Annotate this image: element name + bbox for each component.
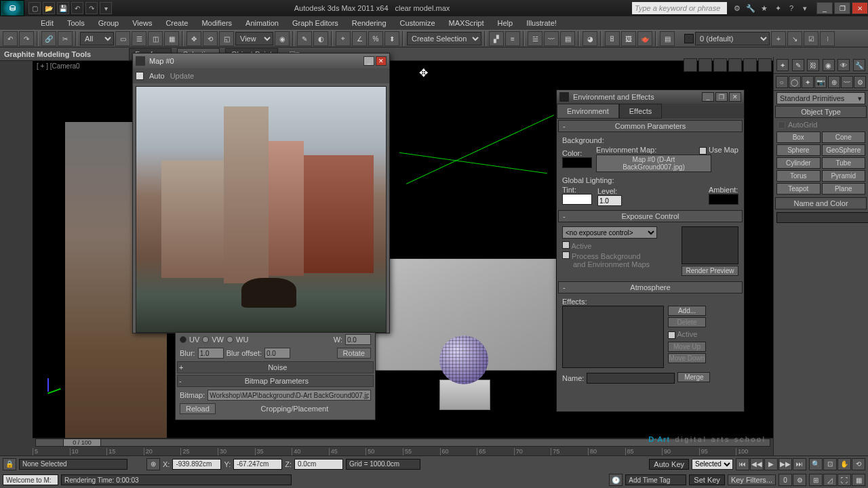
- menu-modifiers[interactable]: Modifiers: [195, 18, 239, 28]
- env-titlebar[interactable]: Environment and Effects _ ❐ ✕: [557, 90, 744, 104]
- menu-illustrate[interactable]: Illustrate!: [519, 18, 564, 28]
- named-selection-set[interactable]: Create Selection Se: [407, 32, 481, 45]
- nav-max-icon[interactable]: [758, 58, 772, 72]
- y-coord-field[interactable]: [233, 459, 282, 470]
- pyramid-button[interactable]: Pyramid: [822, 170, 866, 182]
- teapot-button[interactable]: Teapot: [776, 183, 821, 195]
- spinnersnap-icon[interactable]: ⬍: [384, 31, 399, 46]
- tint-swatch[interactable]: [562, 194, 592, 205]
- env-max-icon[interactable]: ❐: [715, 92, 728, 102]
- viewcube-icon[interactable]: [684, 58, 697, 72]
- select-name-icon[interactable]: ☰: [132, 31, 146, 46]
- qat-open-icon[interactable]: 📂: [43, 2, 55, 14]
- exposure-select[interactable]: <no exposure control>: [562, 226, 657, 239]
- mirror-icon[interactable]: ▞: [489, 31, 504, 46]
- render-preview-button[interactable]: Render Preview: [682, 266, 738, 276]
- use-map-checkbox[interactable]: ✓: [699, 147, 707, 155]
- undo-icon[interactable]: ↶: [3, 31, 18, 46]
- bg-color-swatch[interactable]: [562, 157, 592, 168]
- nav-pan-icon[interactable]: [698, 58, 712, 72]
- keyfilters-button[interactable]: Key Filters...: [728, 474, 776, 485]
- manip-icon[interactable]: ✎: [297, 31, 312, 46]
- render-setup-icon[interactable]: 🎚: [605, 31, 620, 46]
- layer-sel-icon[interactable]: ☑: [804, 31, 818, 46]
- effect-active-checkbox[interactable]: ✓: [668, 331, 675, 339]
- window-crossing-icon[interactable]: ▦: [164, 31, 179, 46]
- menu-animation[interactable]: Animation: [239, 18, 285, 28]
- exposure-rollout[interactable]: Exposure Control: [558, 210, 743, 222]
- nav-orbit-icon[interactable]: [713, 58, 727, 72]
- fav-icon[interactable]: ★: [758, 2, 770, 14]
- lock-sel-icon[interactable]: 🔒: [3, 458, 16, 470]
- menu-customize[interactable]: Customize: [393, 18, 442, 28]
- update-button[interactable]: Update: [170, 72, 194, 80]
- star-icon[interactable]: ✦: [772, 2, 784, 14]
- cylinder-button[interactable]: Cylinder: [776, 157, 821, 169]
- delete-button[interactable]: Delete: [668, 317, 706, 327]
- orbit-icon[interactable]: ⟲: [852, 458, 865, 470]
- env-close-icon[interactable]: ✕: [729, 92, 741, 102]
- keymode-icon[interactable]: ◐: [313, 31, 328, 46]
- timeconfig-icon[interactable]: 🕑: [609, 474, 623, 486]
- time-cfg-icon[interactable]: ⚙: [793, 474, 806, 486]
- setkey-button[interactable]: Set Key: [689, 474, 725, 485]
- cone-button[interactable]: Cone: [822, 131, 866, 143]
- geosphere-button[interactable]: GeoSphere: [822, 144, 866, 156]
- map-window-min-icon[interactable]: _: [363, 56, 374, 66]
- layer-add-icon[interactable]: ↘: [787, 31, 802, 46]
- unlink-icon[interactable]: ✂: [58, 31, 73, 46]
- active-checkbox[interactable]: [562, 241, 570, 249]
- systems-icon[interactable]: ⚙: [854, 76, 866, 88]
- motion-tab-icon[interactable]: ◉: [823, 59, 835, 71]
- rotate-icon[interactable]: ⟲: [203, 31, 218, 46]
- time-tag[interactable]: Add Time Tag: [625, 474, 686, 485]
- redo-icon[interactable]: ↷: [19, 31, 34, 46]
- pctsnap-icon[interactable]: %: [368, 31, 383, 46]
- close-button[interactable]: ✕: [852, 2, 868, 14]
- schematic-icon[interactable]: ▤: [560, 31, 575, 46]
- tube-button[interactable]: Tube: [822, 157, 866, 169]
- tab-environment[interactable]: Environment: [557, 104, 619, 119]
- hierarchy-tab-icon[interactable]: ⛓: [807, 59, 819, 71]
- play-icon[interactable]: ▶: [764, 458, 778, 470]
- common-params-rollout[interactable]: Common Parameters: [558, 120, 743, 132]
- fov-icon[interactable]: ◿: [823, 474, 837, 486]
- menu-tools[interactable]: Tools: [60, 18, 92, 28]
- comm-icon[interactable]: 🔧: [745, 2, 757, 14]
- effect-name-field[interactable]: [587, 373, 675, 384]
- help-search-input[interactable]: Type a keyword or phrase: [632, 2, 727, 14]
- layer-mgr-icon[interactable]: ▤: [660, 31, 675, 46]
- qat-save-icon[interactable]: 💾: [57, 2, 69, 14]
- auto-checkbox[interactable]: ✓: [136, 72, 144, 80]
- menu-create[interactable]: Create: [159, 18, 195, 28]
- object-type-rollout[interactable]: Object Type: [775, 106, 867, 118]
- select-region-icon[interactable]: ◫: [148, 31, 163, 46]
- align-icon[interactable]: ≡: [505, 31, 520, 46]
- rotate-button[interactable]: Rotate: [337, 348, 371, 359]
- env-min-icon[interactable]: _: [702, 92, 714, 102]
- wu-radio[interactable]: [226, 336, 233, 343]
- prev-frame-icon[interactable]: ◀◀: [750, 458, 764, 470]
- movedown-button[interactable]: Move Down: [668, 353, 706, 363]
- nav-zoom-icon[interactable]: [728, 58, 742, 72]
- bitmap-params-rollout[interactable]: -Bitmap Parameters: [177, 375, 374, 387]
- frame-field-icon[interactable]: 0: [778, 474, 792, 486]
- cameras-icon[interactable]: 📷: [814, 76, 827, 88]
- pivot-icon[interactable]: ◉: [275, 31, 290, 46]
- merge-button[interactable]: Merge: [677, 372, 710, 382]
- ambient-swatch[interactable]: [709, 194, 738, 205]
- modify-tab-icon[interactable]: ✎: [792, 59, 804, 71]
- menu-views[interactable]: Views: [125, 18, 159, 28]
- viewport-label[interactable]: [ + ] [Camera0: [37, 62, 80, 70]
- zoom-icon[interactable]: 🔍: [809, 458, 823, 470]
- menu-maxscript[interactable]: MAXScript: [442, 18, 491, 28]
- next-frame-icon[interactable]: ▶▶: [778, 458, 792, 470]
- zoom-all-icon[interactable]: ⊡: [823, 458, 837, 470]
- lights-icon[interactable]: ✦: [802, 76, 814, 88]
- qat-undo-icon[interactable]: ↶: [71, 2, 83, 14]
- vw-radio[interactable]: [202, 336, 209, 343]
- map-window-titlebar[interactable]: Map #0 _ ✕: [133, 54, 389, 68]
- create-tab-icon[interactable]: ✦: [776, 59, 789, 71]
- z-coord-field[interactable]: [294, 459, 343, 470]
- select-icon[interactable]: ▭: [115, 31, 130, 46]
